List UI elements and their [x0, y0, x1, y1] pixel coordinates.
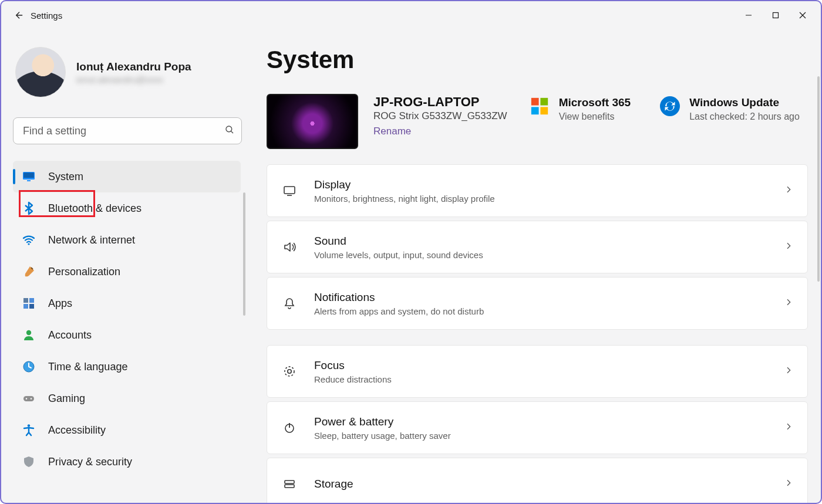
nav-item-time[interactable]: Time & language — [13, 351, 241, 383]
svg-point-20 — [28, 424, 30, 427]
card-title: Display — [314, 178, 495, 192]
maximize-icon — [772, 12, 779, 19]
nav-item-accounts[interactable]: Accounts — [13, 319, 241, 351]
display-icon — [281, 182, 298, 199]
svg-line-5 — [231, 131, 233, 133]
nav-item-label: Personalization — [48, 266, 120, 278]
card-storage[interactable]: Storage — [267, 458, 808, 503]
settings-window: Settings Ionuț Alexandru Popa ionut.alex… — [0, 0, 822, 504]
nav-item-personalization[interactable]: Personalization — [13, 256, 241, 287]
nav-item-label: Network & internet — [48, 234, 135, 246]
svg-point-28 — [285, 367, 294, 376]
svg-rect-1 — [773, 13, 779, 18]
device-model: ROG Strix G533ZW_G533ZW — [373, 110, 507, 122]
nav-item-bluetooth[interactable]: Bluetooth & devices — [13, 192, 241, 224]
svg-rect-33 — [285, 485, 294, 488]
svg-rect-26 — [284, 187, 295, 194]
nav-item-label: Apps — [48, 297, 72, 310]
minimize-button[interactable] — [735, 4, 762, 26]
svg-rect-17 — [23, 396, 34, 401]
account-header[interactable]: Ionuț Alexandru Popa ionut.alexandru@xxx… — [15, 47, 241, 97]
svg-rect-8 — [27, 180, 31, 181]
svg-rect-10 — [23, 298, 28, 303]
nav: System Bluetooth & devices Network & int… — [13, 161, 241, 478]
device-card[interactable]: JP-ROG-LAPTOP ROG Strix G533ZW_G533ZW Re… — [267, 94, 507, 149]
card-title: Sound — [314, 234, 483, 249]
nav-item-network[interactable]: Network & internet — [13, 224, 241, 256]
card-focus[interactable]: Focus Reduce distractions — [267, 345, 808, 398]
nav-item-label: Privacy & security — [48, 456, 132, 468]
nav-item-gaming[interactable]: Gaming — [13, 383, 241, 414]
card-notifications[interactable]: Notifications Alerts from apps and syste… — [267, 277, 808, 330]
chevron-right-icon — [784, 241, 793, 253]
arrow-left-icon — [12, 9, 24, 21]
svg-point-25 — [660, 96, 680, 116]
search-icon — [224, 124, 235, 137]
chevron-right-icon — [784, 297, 793, 309]
nav-item-label: Time & language — [48, 361, 127, 373]
sound-icon — [281, 239, 298, 255]
chevron-right-icon — [784, 478, 793, 490]
search-wrap — [13, 117, 242, 144]
gamepad-icon — [21, 391, 36, 406]
card-power[interactable]: Power & battery Sleep, battery usage, ba… — [267, 401, 808, 454]
svg-rect-24 — [540, 107, 548, 114]
card-description: Sleep, battery usage, battery saver — [314, 431, 451, 441]
card-description: Reduce distractions — [314, 374, 392, 384]
windows-update-card[interactable]: Windows Update Last checked: 2 hours ago — [660, 96, 800, 122]
sidebar-scrollbar[interactable] — [243, 192, 245, 316]
svg-rect-7 — [23, 172, 34, 178]
shield-icon — [21, 454, 36, 469]
svg-rect-21 — [531, 98, 539, 106]
windows-update-icon — [660, 96, 680, 116]
account-name: Ionuț Alexandru Popa — [76, 60, 191, 75]
power-icon — [281, 420, 298, 436]
nav-item-label: Gaming — [48, 393, 85, 405]
page-title: System — [267, 46, 808, 74]
person-icon — [21, 327, 36, 343]
windows-update-subtitle: Last checked: 2 hours ago — [689, 111, 800, 122]
rename-link[interactable]: Rename — [373, 126, 411, 137]
close-icon — [799, 12, 806, 19]
main-scrollbar[interactable] — [817, 76, 820, 282]
back-button[interactable] — [6, 3, 31, 28]
microsoft-365-card[interactable]: Microsoft 365 View benefits — [530, 96, 631, 122]
microsoft-365-subtitle: View benefits — [559, 111, 631, 122]
svg-point-4 — [226, 126, 232, 132]
card-group-gap — [267, 333, 808, 341]
windows-update-title: Windows Update — [689, 96, 800, 109]
nav-item-privacy[interactable]: Privacy & security — [13, 446, 241, 478]
nav-item-system[interactable]: System — [13, 161, 241, 192]
chevron-right-icon — [784, 366, 793, 377]
card-sound[interactable]: Sound Volume levels, output, input, soun… — [267, 221, 808, 273]
card-description: Monitors, brightness, night light, displ… — [314, 194, 495, 204]
nav-item-label: Bluetooth & devices — [48, 202, 142, 215]
nav-item-accessibility[interactable]: Accessibility — [13, 414, 241, 446]
close-button[interactable] — [789, 4, 816, 26]
top-info-row: JP-ROG-LAPTOP ROG Strix G533ZW_G533ZW Re… — [267, 94, 808, 149]
focus-icon — [281, 363, 298, 380]
svg-rect-22 — [540, 98, 548, 106]
brush-icon — [21, 264, 36, 279]
svg-point-19 — [31, 398, 32, 399]
apps-icon — [21, 296, 36, 311]
svg-rect-12 — [23, 304, 28, 309]
bluetooth-icon — [21, 201, 36, 216]
card-description: Volume levels, output, input, sound devi… — [314, 250, 483, 260]
wifi-icon — [21, 232, 36, 248]
card-title: Focus — [314, 358, 392, 373]
accessibility-icon — [21, 422, 36, 438]
nav-item-apps[interactable]: Apps — [13, 287, 241, 319]
chevron-right-icon — [784, 422, 793, 434]
maximize-button[interactable] — [762, 4, 789, 26]
svg-rect-32 — [285, 481, 294, 483]
account-email: ionut.alexandru@xxxx — [76, 75, 191, 84]
svg-point-29 — [288, 370, 291, 373]
clock-icon — [21, 359, 36, 374]
chevron-right-icon — [784, 185, 793, 197]
card-display[interactable]: Display Monitors, brightness, night ligh… — [267, 164, 808, 217]
svg-point-18 — [26, 398, 27, 399]
svg-rect-11 — [29, 298, 34, 303]
microsoft-365-title: Microsoft 365 — [559, 96, 631, 109]
search-input[interactable] — [13, 117, 242, 144]
